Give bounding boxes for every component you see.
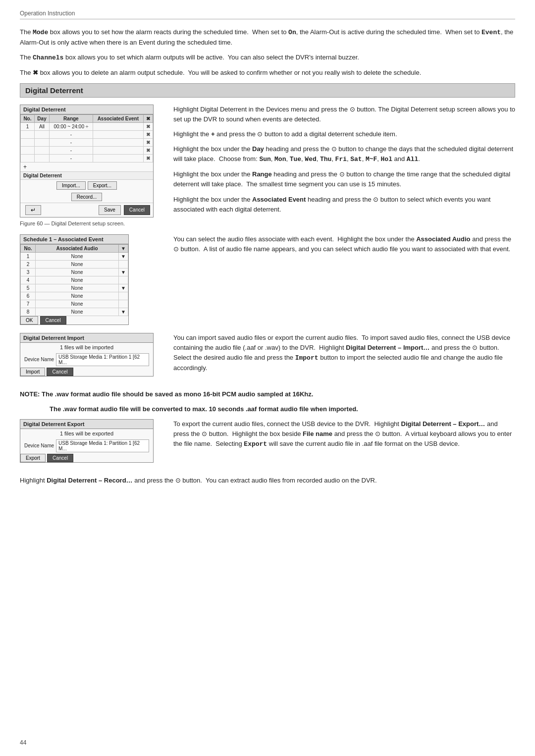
fig-caption: Figure 60 — Digital Deterrent setup scre… [20, 220, 163, 226]
table-row: - ✖ [21, 138, 153, 146]
export-text: To export the current audio files, conne… [173, 419, 515, 449]
table-row: 1 All 00:00 ~ 24:00 ÷ ✖ [21, 122, 153, 130]
import-screen-footer: Import Cancel [20, 368, 153, 376]
page-number: 44 [20, 739, 26, 746]
assoc-screen-footer: OK Cancel [20, 316, 128, 324]
ok-button[interactable]: OK [20, 316, 38, 324]
export-cancel-button[interactable]: Cancel [47, 454, 73, 462]
table-row: - ✖ [21, 130, 153, 138]
save-button[interactable]: Save [99, 205, 121, 215]
import-text: You can import saved audio files or expo… [173, 333, 515, 374]
digital-deterrent-section: Digital Deterrent No. Day Range Associat… [20, 105, 515, 226]
note-line2: The .wav format audio file will be conve… [20, 404, 515, 414]
export-screen: Digital Deterrent Export 1 files will be… [20, 419, 154, 463]
dd-col-x: ✖ [144, 114, 153, 122]
assoc-table: No. Associated Audio ▼ 1None▼ 2None 3Non… [20, 244, 128, 316]
assoc-event-screen: Schedule 1 – Associated Event No. Associ… [20, 234, 129, 325]
assoc-col-audio: Associated Audio [36, 244, 119, 252]
record-row: Record... [20, 191, 153, 203]
intro-paragraph-3: The ✖ box allows you to delete an alarm … [20, 68, 515, 78]
import-field-label: Device Name [24, 357, 54, 362]
table-row: 1None▼ [21, 252, 128, 260]
import-screen: Digital Deterrent Import 1 files will be… [20, 333, 154, 377]
table-row: 7None [21, 300, 128, 308]
dd-intro-text: Highlight Digital Deterrent in the Devic… [173, 105, 515, 124]
table-row: 5None▼ [21, 284, 128, 292]
dd-col-day: Day [34, 114, 49, 122]
note-section: NOTE: The .wav format audio file should … [20, 389, 515, 414]
associated-audio-section: Schedule 1 – Associated Event No. Associ… [20, 234, 515, 325]
export-left-col: Digital Deterrent Export 1 files will be… [20, 419, 163, 468]
import-field-value: USB Storage Media 1: Partition 1 [62 M..… [56, 353, 149, 366]
table-row: - ✖ [21, 154, 153, 162]
export-field-row: Device Name USB Storage Media 1: Partiti… [20, 438, 153, 454]
event-keyword: Event [482, 29, 501, 36]
note-line1: NOTE: The .wav format audio file should … [20, 389, 515, 399]
add-button[interactable]: + [20, 162, 153, 171]
table-row: 8None▼ [21, 308, 128, 316]
export-screen-title: Digital Deterrent Export [20, 420, 153, 429]
assoc-col-no: No. [21, 244, 36, 252]
assoc-screen-title: Schedule 1 – Associated Event [20, 235, 128, 244]
import-info: 1 files will be imported [20, 343, 153, 352]
import-action-button[interactable]: Import [20, 368, 45, 376]
aa-intro-text: You can select the audio files associate… [173, 234, 515, 254]
export-action-button[interactable]: Export [20, 454, 46, 462]
dd-right-p1: Highlight the + and press the ⊙ button t… [173, 129, 515, 139]
aa-left-col: Schedule 1 – Associated Event No. Associ… [20, 234, 163, 325]
export-field-value: USB Storage Media 1: Partition 1 [62 M..… [56, 439, 149, 452]
dd-col-event: Associated Event [93, 114, 144, 122]
import-field-row: Device Name USB Storage Media 1: Partiti… [20, 352, 153, 368]
dd-screen-title: Digital Deterrent [20, 105, 153, 114]
dd-right-p3: Highlight the box under the Range headin… [173, 169, 515, 189]
import-export-row: Import... Export... [20, 180, 153, 191]
import-section: Digital Deterrent Import 1 files will be… [20, 333, 515, 381]
dd-left-col: Digital Deterrent No. Day Range Associat… [20, 105, 163, 226]
on-keyword: On [288, 29, 296, 36]
export-field-label: Device Name [24, 443, 54, 448]
dd-right-p2: Highlight the box under the Day heading … [173, 144, 515, 164]
import-screen-title: Digital Deterrent Import [20, 333, 153, 343]
dd-screen: Digital Deterrent No. Day Range Associat… [20, 105, 154, 217]
import-cancel-button[interactable]: Cancel [47, 368, 73, 376]
export-info: 1 files will be exported [20, 429, 153, 438]
breadcrumb: Operation Instruction [20, 10, 515, 19]
dd-screen-footer: ↵ Save Cancel [20, 203, 153, 217]
intro-paragraph-2: The Channels box allows you to set which… [20, 53, 515, 63]
dd-section-label: Digital Deterrent [20, 171, 153, 180]
record-button[interactable]: Record... [71, 193, 103, 201]
cancel-button[interactable]: Cancel [124, 205, 150, 215]
export-right-col: To export the current audio files, conne… [173, 419, 515, 454]
page: Operation Instruction The Mode box allow… [0, 0, 535, 756]
x-keyword: ✖ [33, 69, 38, 76]
dd-col-no: No. [21, 114, 35, 122]
channels-keyword: Channels [33, 54, 63, 61]
breadcrumb-text: Operation Instruction [20, 10, 75, 17]
assoc-col-arrow: ▼ [119, 244, 128, 252]
table-row: 6None [21, 292, 128, 300]
aa-right-col: You can select the audio files associate… [173, 234, 515, 259]
intro-paragraph-1: The Mode box allows you to set how the a… [20, 27, 515, 48]
table-row: 3None▼ [21, 268, 128, 276]
mode-keyword: Mode [33, 29, 48, 36]
export-screen-footer: Export Cancel [20, 454, 153, 462]
dd-right-p4: Highlight the box under the Associated E… [173, 195, 515, 215]
table-row: 4None [21, 276, 128, 284]
section-title-text: Digital Deterrent [25, 86, 83, 95]
assoc-cancel-button[interactable]: Cancel [40, 316, 66, 324]
section-heading: Digital Deterrent [20, 83, 515, 98]
dd-table: No. Day Range Associated Event ✖ 1 All 0… [20, 114, 153, 162]
record-paragraph: Highlight Digital Deterrent – Record… an… [20, 476, 515, 486]
export-section: Digital Deterrent Export 1 files will be… [20, 419, 515, 468]
import-button[interactable]: Import... [56, 181, 86, 190]
back-button[interactable]: ↵ [25, 205, 41, 215]
table-row: 2None [21, 260, 128, 268]
import-left-col: Digital Deterrent Import 1 files will be… [20, 333, 163, 381]
dd-right-col: Highlight Digital Deterrent in the Devic… [173, 105, 515, 219]
import-right-col: You can import saved audio files or expo… [173, 333, 515, 378]
dd-col-range: Range [50, 114, 93, 122]
table-row: - ✖ [21, 146, 153, 154]
export-button[interactable]: Export... [88, 181, 117, 190]
